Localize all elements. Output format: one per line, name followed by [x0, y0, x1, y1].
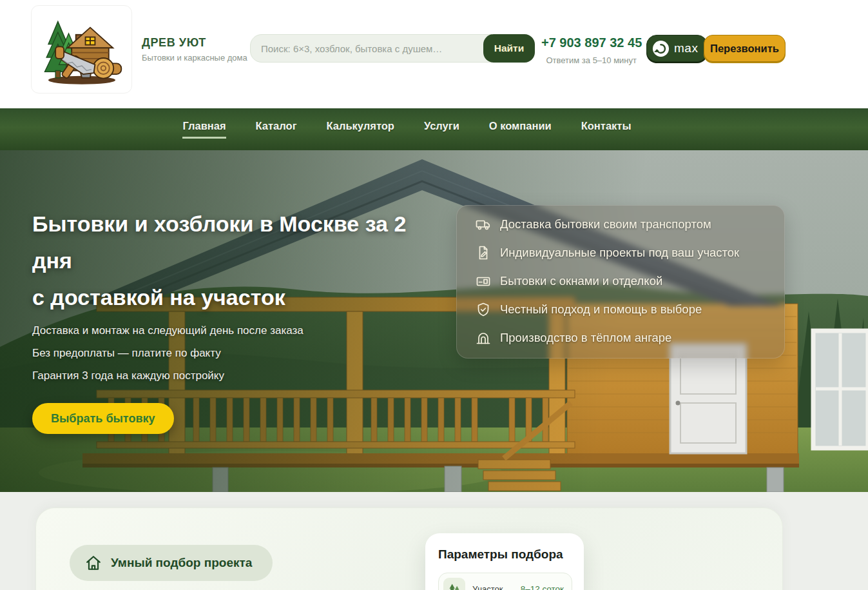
file-pen-icon [476, 245, 491, 261]
cabin-logo-icon [40, 12, 124, 88]
brand-tagline: Бытовки и каркасные дома [142, 53, 247, 63]
feature-row-honest: Честный подход и помощь в выборе [476, 295, 784, 324]
callback-button[interactable]: Перезвонить [704, 35, 786, 62]
hero-title-line-3: с доставкой на участок [32, 279, 406, 316]
feature-row-delivery: Доставка бытовки своим транспортом [476, 210, 784, 239]
phone-number[interactable]: +7 903 897 32 45 [541, 35, 637, 50]
page: ДРЕВ УЮТ Бытовки и каркасные дома Найти … [0, 0, 868, 590]
search-bar: Найти [250, 34, 534, 63]
feature-label: Честный подход и помощь в выборе [500, 302, 702, 317]
window-icon [476, 273, 491, 289]
max-label: max [674, 41, 698, 55]
brand-block: ДРЕВ УЮТ Бытовки и каркасные дома [142, 36, 247, 63]
params-title: Параметры подбора [438, 547, 572, 562]
nav-item-contacts[interactable]: Контакты [581, 120, 632, 139]
header: ДРЕВ УЮТ Бытовки и каркасные дома Найти … [0, 0, 868, 108]
param-icon-tile [443, 578, 465, 590]
feature-label: Производство в тёплом ангаре [500, 331, 671, 345]
smart-select-badge: Умный подбор проекта [70, 545, 273, 581]
hero-title-line-2: дня [32, 242, 406, 279]
smart-select-section: Умный подбор проекта Параметры подбора У… [0, 492, 868, 590]
max-messenger-button[interactable]: max [646, 35, 708, 62]
hero-bullet-1: Доставка и монтаж на следующий день посл… [32, 319, 304, 342]
smart-select-label: Умный подбор проекта [111, 556, 252, 570]
phone-block: +7 903 897 32 45 Ответим за 5–10 минут [541, 35, 637, 65]
nav-item-catalog[interactable]: Каталог [256, 120, 297, 139]
truck-icon [476, 217, 491, 232]
nav-item-home[interactable]: Главная [182, 120, 226, 139]
factory-arch-icon [476, 330, 491, 346]
search-button[interactable]: Найти [483, 34, 535, 63]
feature-row-projects: Индивидуальные проекты под ваш участок [476, 239, 784, 267]
param-value: 8–12 соток [521, 584, 564, 590]
shield-check-icon [476, 302, 491, 317]
hero-bullet-3: Гарантия 3 года на каждую постройку [32, 364, 304, 387]
param-label: Участок [472, 584, 503, 590]
main-nav: Главная Каталог Калькулятор Услуги О ком… [0, 108, 868, 150]
nav-item-calculator[interactable]: Калькулятор [327, 120, 394, 139]
hero-section: Бытовки и хозблоки в Москве за 2 дня с д… [0, 150, 868, 492]
feature-row-windows: Бытовки с окнами и отделкой [476, 267, 784, 295]
choose-cabin-button[interactable]: Выбрать бытовку [32, 403, 174, 434]
hero-features-panel: Доставка бытовки своим транспортом Индив… [456, 205, 785, 359]
hero-title-line-1: Бытовки и хозблоки в Москве за 2 [32, 206, 406, 242]
feature-label: Доставка бытовки своим транспортом [500, 217, 711, 231]
nav-item-services[interactable]: Услуги [424, 120, 459, 139]
logo[interactable] [31, 5, 132, 93]
feature-label: Бытовки с окнами и отделкой [500, 274, 662, 288]
house-icon [85, 555, 102, 571]
selection-params-card: Параметры подбора Участок 8–12 соток [425, 533, 584, 590]
hero-bullet-2: Без предоплаты — платите по факту [32, 342, 304, 364]
param-row-plot[interactable]: Участок 8–12 соток [438, 573, 572, 590]
feature-label: Индивидуальные проекты под ваш участок [500, 246, 739, 260]
trees-icon [448, 582, 461, 590]
hero-bullets: Доставка и монтаж на следующий день посл… [32, 319, 304, 387]
nav-items: Главная Каталог Калькулятор Услуги О ком… [182, 120, 631, 139]
brand-name: ДРЕВ УЮТ [142, 36, 247, 50]
hero-title: Бытовки и хозблоки в Москве за 2 дня с д… [32, 206, 406, 316]
nav-item-about[interactable]: О компании [489, 120, 552, 139]
feature-row-production: Производство в тёплом ангаре [476, 324, 784, 352]
phone-note: Ответим за 5–10 минут [541, 55, 637, 65]
max-messenger-icon [652, 40, 670, 57]
